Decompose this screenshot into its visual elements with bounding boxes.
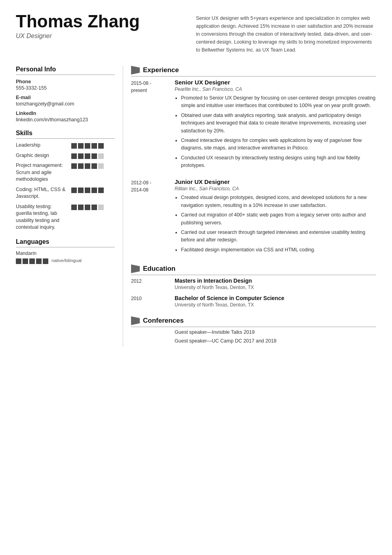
experience-list: 2015-08 - presentSenior UX DesignerPearl…: [131, 79, 376, 256]
filled-bar: [71, 153, 77, 159]
filled-bar: [85, 205, 90, 210]
linkedin-label: LinkedIn: [16, 111, 115, 116]
filled-bar: [85, 163, 90, 169]
filled-bar: [91, 153, 97, 159]
skill-row: Usability testing: guerilla testing, lab…: [16, 203, 115, 231]
conferences-section-header: Conferences: [131, 316, 376, 327]
skill-name: Usability testing: guerilla testing, lab…: [16, 203, 67, 231]
filled-bar: [98, 188, 104, 193]
exp-bullets: Created visual design prototypes, design…: [175, 194, 376, 254]
skills-header: Skills: [16, 130, 115, 139]
filled-bar: [29, 258, 35, 264]
skill-row: Graphic design: [16, 152, 115, 159]
exp-bullet-item: Carried out user research through target…: [181, 229, 376, 244]
edu-year: 2012: [131, 278, 175, 290]
filled-bar: [91, 163, 97, 169]
exp-company: Pearlite Inc., San Francisco, CA: [175, 86, 376, 92]
header: Thomas Zhang UX Designer Senior UX desig…: [16, 12, 376, 54]
phone-field: Phone 555-3332-155: [16, 79, 115, 91]
candidate-title: UX Designer: [16, 33, 140, 40]
experience-entry: 2015-08 - presentSenior UX DesignerPearl…: [131, 79, 376, 171]
conference-item: Guest speaker—UC Camp DC 2017 and 2018: [131, 338, 376, 344]
filled-bar: [71, 163, 77, 169]
email-value: tomzhangzety@gmail.com: [16, 101, 115, 107]
filled-bar: [78, 153, 84, 159]
filled-bar: [43, 258, 48, 264]
filled-bar: [78, 205, 84, 210]
conferences-icon: [131, 316, 140, 325]
exp-content: Senior UX DesignerPearlite Inc., San Fra…: [175, 79, 376, 171]
skills-list: LeadershipGraphic designProject manageme…: [16, 142, 115, 231]
skill-row: Leadership: [16, 142, 115, 149]
filled-bar: [36, 258, 42, 264]
exp-bullet-item: Carried out migration of 400+ static web…: [181, 211, 376, 227]
language-level-label: native/bilingual: [51, 258, 82, 263]
skill-row: Project management: Scrum and agile meth…: [16, 162, 115, 183]
experience-section-header: Experience: [131, 66, 376, 77]
filled-bar: [98, 143, 104, 149]
edu-school: University of North Texas, Denton, TX: [175, 302, 376, 308]
empty-bar: [98, 153, 104, 159]
phone-label: Phone: [16, 79, 115, 84]
filled-bar: [85, 188, 90, 193]
education-list: 2012Masters in Interaction DesignUnivers…: [131, 278, 376, 308]
edu-degree: Masters in Interaction Design: [175, 278, 376, 284]
education-icon: [131, 264, 140, 273]
filled-bar: [91, 143, 97, 149]
filled-bar: [91, 188, 97, 193]
right-column: Experience 2015-08 - presentSenior UX De…: [123, 66, 376, 347]
conferences-title: Conferences: [143, 317, 184, 325]
empty-bar: [98, 163, 104, 169]
linkedin-value: linkedin.com/in/thomaszhang123: [16, 117, 115, 122]
phone-value: 555-3332-155: [16, 85, 115, 91]
email-field: E-mail tomzhangzety@gmail.com: [16, 95, 115, 107]
education-title: Education: [143, 265, 175, 273]
education-entry: 2010Bachelor of Science in Computer Scie…: [131, 295, 376, 308]
filled-bar: [78, 188, 84, 193]
languages-header: Languages: [16, 238, 115, 247]
exp-content: Junior UX DesignerRillian Inc., San Fran…: [175, 178, 376, 256]
edu-year: 2010: [131, 295, 175, 308]
main-layout: Personal Info Phone 555-3332-155 E-mail …: [16, 66, 376, 347]
edu-school: University of North Texas, Denton, TX: [175, 285, 376, 290]
education-entry: 2012Masters in Interaction DesignUnivers…: [131, 278, 376, 290]
filled-bar: [16, 258, 21, 264]
edu-content: Masters in Interaction DesignUniversity …: [175, 278, 376, 290]
exp-job-title: Junior UX Designer: [175, 178, 376, 185]
experience-title: Experience: [143, 66, 179, 74]
skill-row: Coding: HTML, CSS & Javascript.: [16, 186, 115, 200]
email-label: E-mail: [16, 95, 115, 100]
language-row: Mandarinnative/bilingual: [16, 251, 115, 264]
filled-bar: [78, 143, 84, 149]
experience-icon: [131, 66, 140, 75]
filled-bar: [91, 205, 97, 210]
header-left: Thomas Zhang UX Designer: [16, 12, 140, 40]
linkedin-field: LinkedIn linkedin.com/in/thomaszhang123: [16, 111, 115, 122]
experience-entry: 2012-09 - 2014-08Junior UX DesignerRilli…: [131, 178, 376, 256]
education-section-header: Education: [131, 264, 376, 275]
exp-bullets: Promoted to Senior UX Designer by focusi…: [175, 94, 376, 169]
skill-name: Leadership: [16, 142, 67, 149]
filled-bar: [85, 153, 90, 159]
skill-name: Coding: HTML, CSS & Javascript.: [16, 186, 67, 200]
skill-name: Graphic design: [16, 152, 67, 159]
summary-text: Senior UX designer with 5+years experien…: [196, 12, 376, 54]
edu-content: Bachelor of Science in Computer ScienceU…: [175, 295, 376, 308]
edu-degree: Bachelor of Science in Computer Science: [175, 295, 376, 301]
language-name: Mandarin: [16, 251, 115, 256]
exp-job-title: Senior UX Designer: [175, 79, 376, 86]
exp-bullet-item: Obtained user data with analytics report…: [181, 112, 376, 135]
exp-dates: 2012-09 - 2014-08: [131, 178, 175, 256]
filled-bar: [71, 188, 77, 193]
exp-company: Rillian Inc., San Francisco, CA: [175, 186, 376, 191]
exp-bullet-item: Promoted to Senior UX Designer by focusi…: [181, 94, 376, 110]
filled-bar: [23, 258, 28, 264]
conference-item: Guest speaker—Invisible Talks 2019: [131, 329, 376, 335]
personal-info-header: Personal Info: [16, 66, 115, 75]
skill-name: Project management: Scrum and agile meth…: [16, 162, 67, 183]
exp-bullet-item: Created visual design prototypes, design…: [181, 194, 376, 209]
filled-bar: [78, 163, 84, 169]
conferences-list: Guest speaker—Invisible Talks 2019Guest …: [131, 329, 376, 344]
filled-bar: [71, 143, 77, 149]
exp-dates: 2015-08 - present: [131, 79, 175, 171]
